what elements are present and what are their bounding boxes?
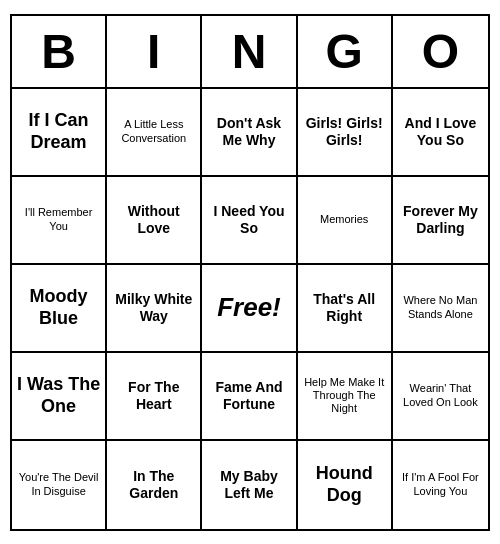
bingo-cell-21: In The Garden xyxy=(107,441,202,529)
cell-text: Help Me Make It Through The Night xyxy=(302,376,387,416)
cell-text: Don't Ask Me Why xyxy=(206,115,291,149)
bingo-card: BINGO If I Can DreamA Little Less Conver… xyxy=(10,14,490,531)
cell-text: And I Love You So xyxy=(397,115,484,149)
cell-text: I'll Remember You xyxy=(16,206,101,232)
bingo-cell-9: Forever My Darling xyxy=(393,177,488,265)
bingo-cell-4: And I Love You So xyxy=(393,89,488,177)
cell-text: I Need You So xyxy=(206,203,291,237)
bingo-cell-19: Wearin' That Loved On Look xyxy=(393,353,488,441)
bingo-cell-10: Moody Blue xyxy=(12,265,107,353)
cell-text: A Little Less Conversation xyxy=(111,118,196,144)
cell-text: Fame And Fortune xyxy=(206,379,291,413)
cell-text: Moody Blue xyxy=(16,286,101,329)
cell-text: You're The Devil In Disguise xyxy=(16,471,101,497)
bingo-cell-0: If I Can Dream xyxy=(12,89,107,177)
cell-text: That's All Right xyxy=(302,291,387,325)
bingo-cell-11: Milky White Way xyxy=(107,265,202,353)
bingo-cell-20: You're The Devil In Disguise xyxy=(12,441,107,529)
cell-text: For The Heart xyxy=(111,379,196,413)
bingo-cell-15: I Was The One xyxy=(12,353,107,441)
bingo-letter-i: I xyxy=(107,16,202,87)
bingo-cell-17: Fame And Fortune xyxy=(202,353,297,441)
bingo-cell-5: I'll Remember You xyxy=(12,177,107,265)
bingo-cell-22: My Baby Left Me xyxy=(202,441,297,529)
cell-text: Memories xyxy=(320,213,368,226)
cell-text: Wearin' That Loved On Look xyxy=(397,382,484,408)
bingo-cell-3: Girls! Girls! Girls! xyxy=(298,89,393,177)
bingo-cell-2: Don't Ask Me Why xyxy=(202,89,297,177)
cell-text: My Baby Left Me xyxy=(206,468,291,502)
cell-text: If I'm A Fool For Loving You xyxy=(397,471,484,497)
bingo-cell-13: That's All Right xyxy=(298,265,393,353)
cell-text: Forever My Darling xyxy=(397,203,484,237)
bingo-cell-12: Free! xyxy=(202,265,297,353)
cell-text: Milky White Way xyxy=(111,291,196,325)
cell-text: I Was The One xyxy=(16,374,101,417)
cell-text: In The Garden xyxy=(111,468,196,502)
bingo-cell-8: Memories xyxy=(298,177,393,265)
bingo-letter-b: B xyxy=(12,16,107,87)
bingo-cell-14: Where No Man Stands Alone xyxy=(393,265,488,353)
bingo-grid: If I Can DreamA Little Less Conversation… xyxy=(12,89,488,529)
bingo-cell-18: Help Me Make It Through The Night xyxy=(298,353,393,441)
bingo-letter-o: O xyxy=(393,16,488,87)
bingo-cell-16: For The Heart xyxy=(107,353,202,441)
bingo-header: BINGO xyxy=(12,16,488,89)
cell-text: Girls! Girls! Girls! xyxy=(302,115,387,149)
bingo-cell-24: If I'm A Fool For Loving You xyxy=(393,441,488,529)
bingo-cell-6: Without Love xyxy=(107,177,202,265)
bingo-letter-n: N xyxy=(202,16,297,87)
cell-text: If I Can Dream xyxy=(16,110,101,153)
cell-text: Where No Man Stands Alone xyxy=(397,294,484,320)
bingo-cell-23: Hound Dog xyxy=(298,441,393,529)
bingo-cell-1: A Little Less Conversation xyxy=(107,89,202,177)
cell-text: Hound Dog xyxy=(302,463,387,506)
cell-text: Free! xyxy=(217,292,281,323)
bingo-letter-g: G xyxy=(298,16,393,87)
cell-text: Without Love xyxy=(111,203,196,237)
bingo-cell-7: I Need You So xyxy=(202,177,297,265)
